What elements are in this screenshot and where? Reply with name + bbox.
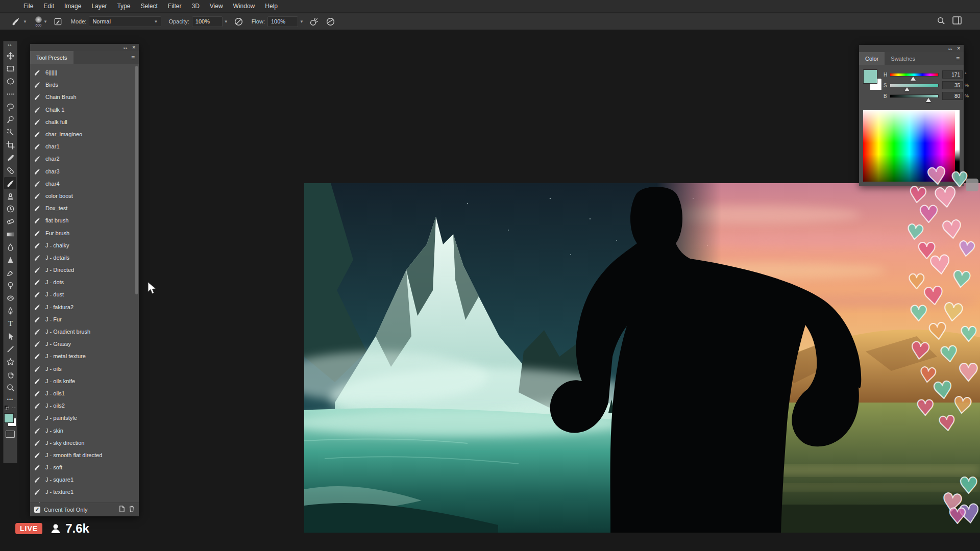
close-icon[interactable]: ✕ (132, 45, 136, 50)
menu-help[interactable]: Help (260, 0, 283, 13)
search-icon[interactable] (937, 16, 945, 27)
dodge-tool[interactable] (4, 279, 16, 291)
crop-tool[interactable] (4, 139, 16, 151)
preset-item[interactable]: char4 (34, 178, 139, 190)
slider-thumb[interactable] (911, 77, 916, 81)
tab-tool-presets[interactable]: Tool Presets (30, 51, 74, 64)
quick-selection-tool[interactable] (4, 113, 16, 126)
preset-item[interactable]: J - Fur (34, 313, 139, 325)
path-selection-tool[interactable] (4, 330, 16, 342)
preset-item[interactable]: char_imagineo (34, 128, 139, 140)
preset-item[interactable]: Birds (34, 79, 139, 91)
preset-item[interactable]: J - Grassy (34, 338, 139, 350)
clone-stamp-tool[interactable] (4, 190, 16, 202)
tool-preset-picker[interactable]: ▼ (5, 16, 27, 27)
sharpen-tool[interactable] (4, 254, 16, 266)
menu-file[interactable]: File (18, 0, 38, 13)
preset-item[interactable]: J - oils knife (34, 375, 139, 387)
preset-item[interactable]: color boost (34, 190, 139, 202)
preset-item[interactable]: J - textured square (34, 498, 139, 503)
menu-edit[interactable]: Edit (38, 0, 59, 13)
menu-select[interactable]: Select (135, 0, 162, 13)
brush-tool[interactable] (4, 177, 16, 189)
document-canvas[interactable] (304, 183, 980, 533)
preset-item[interactable]: char3 (34, 165, 139, 178)
airbrush-icon[interactable] (309, 16, 320, 27)
eyedropper-tool[interactable] (4, 152, 16, 164)
flow-field[interactable]: 100% (267, 16, 298, 27)
pen-tool[interactable] (4, 305, 16, 317)
chevron-down-icon[interactable]: ▼ (300, 19, 304, 24)
preset-item[interactable]: J - oils1 (34, 387, 139, 399)
menu-type[interactable]: Type (112, 0, 135, 13)
preset-item[interactable]: char2 (34, 153, 139, 165)
tab-color[interactable]: Color (859, 52, 885, 65)
preset-item[interactable]: J - paintstyle (34, 412, 139, 424)
preset-item[interactable]: Dox_test (34, 202, 139, 214)
slider-thumb[interactable] (926, 98, 931, 102)
smudge-tool[interactable] (4, 266, 16, 279)
preset-item[interactable]: J - skin (34, 424, 139, 436)
grayscale-ramp[interactable] (955, 110, 960, 182)
workspace-switcher-icon[interactable] (952, 16, 962, 27)
chevron-down-icon[interactable]: ▼ (224, 19, 228, 24)
zoom-tool[interactable] (4, 381, 16, 393)
history-brush-tool[interactable] (4, 203, 16, 215)
smoothing-icon[interactable] (325, 16, 336, 27)
preset-item[interactable]: J - chalky (34, 239, 139, 252)
menu-3d[interactable]: 3D (186, 0, 204, 13)
panel-collapse-icon[interactable]: ▸▸ (948, 47, 952, 51)
preset-item[interactable]: J - details (34, 252, 139, 264)
new-preset-icon[interactable] (118, 505, 125, 514)
magic-wand-tool[interactable] (4, 126, 16, 138)
preset-item[interactable]: J - sky direction (34, 437, 139, 449)
panel-collapse-icon[interactable]: ▸▸ (124, 46, 128, 49)
rectangular-marquee-tool[interactable] (4, 62, 16, 74)
blur-tool[interactable] (4, 241, 16, 253)
screen-mode-icon[interactable] (6, 431, 15, 438)
slider-thumb[interactable] (904, 87, 910, 91)
custom-shape-tool[interactable] (4, 356, 16, 368)
chevron-down-icon[interactable]: ▼ (43, 19, 47, 24)
preset-item[interactable]: J - dots (34, 276, 139, 288)
brush-size-preview[interactable]: 600 (35, 16, 42, 27)
type-tool[interactable]: T (4, 317, 16, 330)
color-swatch-pair[interactable] (4, 413, 16, 427)
preset-item[interactable]: 6|||||| (34, 66, 139, 79)
menu-view[interactable]: View (205, 0, 228, 13)
single-row-marquee-tool[interactable] (4, 88, 16, 100)
preset-item[interactable]: flat brush (34, 214, 139, 227)
collapsed-panel-button[interactable] (966, 179, 978, 191)
panel-menu-icon[interactable]: ≡ (127, 51, 139, 64)
opacity-field[interactable]: 100% (192, 16, 223, 27)
preset-item[interactable]: J - Directed (34, 264, 139, 276)
preset-item[interactable]: chalk full (34, 116, 139, 128)
menu-layer[interactable]: Layer (86, 0, 112, 13)
elliptical-marquee-tool[interactable] (4, 75, 16, 87)
preset-item[interactable]: J - oils (34, 363, 139, 375)
gradient-tool[interactable] (4, 228, 16, 240)
preset-item[interactable]: J - smooth flat directed (34, 449, 139, 461)
preset-item[interactable]: J - faktura2 (34, 301, 139, 313)
scrollbar-thumb[interactable] (135, 66, 138, 294)
preset-item[interactable]: J - texture1 (34, 486, 139, 498)
eraser-tool[interactable] (4, 215, 16, 228)
move-tool[interactable] (4, 49, 16, 62)
preset-item[interactable]: char1 (34, 140, 139, 153)
b-slider[interactable] (890, 94, 939, 98)
blend-mode-select[interactable]: Normal ▼ (89, 16, 161, 27)
preset-item[interactable]: J - dust (34, 288, 139, 300)
b-value-field[interactable]: 80 (942, 92, 963, 100)
s-value-field[interactable]: 35 (942, 81, 963, 89)
menu-filter[interactable]: Filter (163, 0, 187, 13)
preset-item[interactable]: Fur brush (34, 227, 139, 239)
default-colors-icon[interactable] (5, 406, 16, 410)
hand-tool[interactable] (4, 368, 16, 381)
edit-toolbar-icon[interactable]: ••• (7, 397, 13, 402)
panel-grip-icon[interactable]: ▸▸ (8, 42, 12, 47)
opacity-pressure-icon[interactable] (233, 16, 244, 27)
h-value-field[interactable]: 171 (942, 70, 963, 79)
preset-item[interactable]: J - soft (34, 461, 139, 473)
color-spectrum-picker[interactable] (863, 110, 960, 182)
preset-item[interactable]: J - square1 (34, 473, 139, 486)
